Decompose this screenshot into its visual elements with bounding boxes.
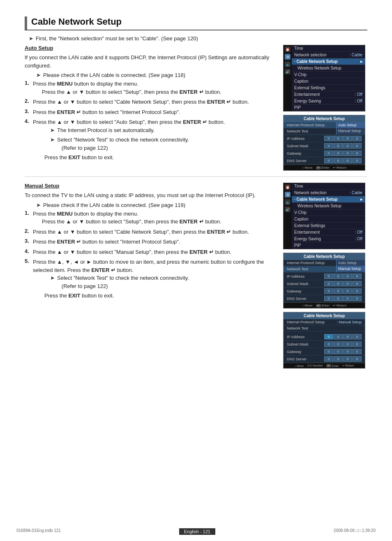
cns-subnet-m2: Subnet Mask 0000 — [284, 341, 365, 348]
cns-dialog-manual-2: Cable Network Setup Internet Protocol Se… — [283, 312, 365, 369]
cns-submenu-auto: Auto Setup Manual Setup — [336, 122, 365, 135]
tv-menu-pip-2: PIP — [292, 242, 365, 249]
ip-box-3: 0 — [343, 136, 352, 141]
auto-setup-left: Auto Setup If you connect the LAN cable … — [25, 45, 273, 171]
auto-step-1: 1. Press the MENU button to display the … — [25, 80, 273, 96]
tv-menu-screenshot-1: ⏰ ⚙ 📺 🔊 Time Network selection : Cable — [283, 45, 365, 111]
gateway-boxes: 0 0 0 0 — [324, 151, 362, 156]
cns-ip-m1: IP Address 0000 — [284, 273, 365, 280]
auto-notes: ➤ The Internet Protocol is set automatic… — [33, 126, 273, 162]
manual-setup-images: ⏰ ⚙ 📺 🔊 Time Network selection : Cable — [283, 183, 367, 369]
manual-step-3: 3. Press the ENTER ↵ button to select "I… — [25, 238, 273, 246]
cns-network-test-label: Network Test — [284, 325, 365, 332]
cns-gw-m1: Gateway 0000 — [284, 288, 365, 295]
cns-footer-m2: ↕ Move ①② Number ↵ Enter ↩ Return — [284, 363, 365, 368]
auto-step-2: 2. Press the ▲ or ▼ button to select "Ca… — [25, 98, 273, 106]
cns-network-test-row: Network Test — [284, 128, 336, 135]
tv-menu-caption: Caption — [292, 78, 365, 85]
step-content-2: Press the ▲ or ▼ button to select "Cable… — [33, 98, 273, 106]
auto-prereq: ➤ Please check if the LAN cable is conne… — [25, 72, 273, 78]
tv-menu-external-2: External Settings — [292, 223, 365, 229]
tv-menu-energy: Energy Saving : Off — [292, 98, 365, 104]
auto-note-1: ➤ The Internet Protocol is set automatic… — [39, 126, 273, 135]
manual-prereq-text: Please check if the LAN cable is connect… — [43, 202, 185, 208]
cns-dialog-auto: Cable Network Setup Internet Protocol Se… — [283, 115, 365, 171]
cns-submenu-manual-1: Auto Setup Manual Setup — [336, 260, 365, 272]
cns-title-auto: Cable Network Setup — [284, 115, 365, 122]
auto-step-4: 4. Press the ▲ or ▼ button to select "Au… — [25, 118, 273, 162]
auto-setup-images: ⏰ ⚙ 📺 🔊 Time Network selection : Cable — [283, 45, 367, 171]
tv-menu-network-sel: Network selection : Cable — [292, 52, 365, 58]
manual-exit-note: Press the EXIT button to exit. — [39, 292, 273, 300]
manual-prereq: ➤ Please check if the LAN cable is conne… — [25, 202, 273, 208]
sidebar-icon-audio: 🔊 — [285, 69, 291, 74]
tv-sidebar-icons-2: ⏰ ⚙ 📺 🔊 — [284, 183, 292, 249]
dns-box-1: 0 — [324, 158, 333, 163]
cns-manual-option-m1: Manual Setup — [337, 266, 365, 272]
gw-box-1: 0 — [324, 151, 333, 156]
step-content-3: Press the ENTER ↵ button to select "Inte… — [33, 108, 273, 116]
manual-note-1: ➤ Select "Network Test" to check the net… — [39, 274, 273, 290]
cns-ip-m2: IP Address 0000 — [284, 333, 365, 341]
prereq-text: First, the "Network selection" must be s… — [36, 35, 198, 42]
tv-menu-vchip-2: V-Chip — [292, 209, 365, 216]
tv-menu-sidebar-1: ⏰ ⚙ 📺 🔊 Time Network selection : Cable — [284, 45, 365, 111]
subnet-box-4: 0 — [353, 143, 362, 149]
file-info: 01689A-01Eng.indb 121 — [16, 528, 61, 535]
gw-box-2: 0 — [334, 151, 343, 156]
step-num-4: 4. — [25, 118, 33, 124]
cns-title-manual-1: Cable Network Setup — [284, 253, 365, 260]
step-main-3: Press the ENTER ↵ button to select "Inte… — [33, 109, 180, 115]
cns-dialog-manual-1: Cable Network Setup Internet Protocol Se… — [283, 253, 365, 309]
tv-menu-entertainment: Entertainment : Off — [292, 91, 365, 98]
manual-setup-section: Manual Setup To connect the TV to the LA… — [25, 183, 367, 369]
cns-top-rows-auto: Internet Protocol Setup Network Test Aut… — [284, 122, 365, 135]
sidebar-icon-setup-2: ⚙ — [285, 192, 291, 197]
step-num-2: 2. — [25, 98, 33, 104]
cns-gw-m2: Gateway 0000 — [284, 348, 365, 355]
tv-menu-content-2: Time Network selection : Cable · Cable N… — [292, 183, 365, 249]
manual-step-1: 1. Press the MENU button to display the … — [25, 210, 273, 226]
sidebar-icon-audio-2: 🔊 — [285, 207, 291, 212]
cns-network-test-row-m1: Network Test — [284, 266, 336, 272]
cns-gateway-auto: Gateway 0 0 0 0 — [284, 150, 365, 157]
auto-setup-intro: If you connect the LAN cable and it supp… — [25, 53, 273, 70]
dns-box-4: 0 — [353, 158, 362, 163]
arrow-icon-2: ➤ — [36, 72, 41, 78]
step-main-4: Press the ▲ or ▼ button to select "Auto … — [33, 119, 225, 125]
tv-menu-pip: PIP — [292, 104, 365, 111]
tv-menu-entertainment-2: Entertainment : Off — [292, 229, 365, 236]
top-prereq: ➤ First, the "Network selection" must be… — [25, 35, 367, 42]
step-main-2: Press the ▲ or ▼ button to select "Cable… — [33, 99, 249, 105]
cns-title-manual-2: Cable Network Setup — [284, 312, 365, 319]
subnet-box-3: 0 — [343, 143, 352, 149]
ip-box-1: 0 — [324, 136, 333, 141]
subnet-box-1: 0 — [324, 143, 333, 149]
step-content-1: Press the MENU button to display the men… — [33, 80, 273, 96]
tv-menu-sidebar-2: ⏰ ⚙ 📺 🔊 Time Network selection : Cable — [284, 183, 365, 249]
tv-menu-cable-setup-2: · Cable Network Setup ▸ — [292, 196, 365, 203]
sidebar-icon-display-2: 📺 — [285, 199, 291, 205]
sidebar-icon-time-2: ⏰ — [285, 184, 291, 190]
manual-step-2: 2. Press the ▲ or ▼ button to select "Ca… — [25, 228, 273, 236]
tv-menu-screenshot-2: ⏰ ⚙ 📺 🔊 Time Network selection : Cable — [283, 183, 365, 249]
gw-box-4: 0 — [353, 151, 362, 156]
step-content-4: Press the ▲ or ▼ button to select "Auto … — [33, 118, 273, 162]
ip-box-4: 0 — [353, 136, 362, 141]
tv-menu-external: External Settings — [292, 85, 365, 91]
cns-footer-m1: ↕ Move ↵ Enter ↩ Return — [284, 302, 365, 308]
subnet-boxes: 0 0 0 0 — [324, 143, 362, 149]
auto-exit-note: Press the EXIT button to exit. — [39, 153, 273, 162]
cns-labels-auto: Internet Protocol Setup Network Test — [284, 122, 336, 135]
manual-setup-left: Manual Setup To connect the TV to the LA… — [25, 183, 273, 369]
sidebar-icon-time: ⏰ — [285, 46, 291, 52]
page-content: Cable Network Setup ➤ First, the "Networ… — [0, 0, 392, 541]
step-num-1: 1. — [25, 80, 33, 86]
cns-subnet-m1: Subnet Mask 0000 — [284, 280, 365, 288]
manual-step-5: 5. Press the ▲, ▼, ◄ or ► button to move… — [25, 258, 273, 300]
title-bar: Cable Network Setup — [25, 16, 367, 30]
sidebar-icon-setup: ⚙ — [285, 54, 291, 60]
tv-menu-vchip: V-Chip — [292, 72, 365, 78]
arrow-icon-5: ➤ — [36, 202, 41, 208]
manual-setup-header: Manual Setup — [25, 183, 273, 189]
